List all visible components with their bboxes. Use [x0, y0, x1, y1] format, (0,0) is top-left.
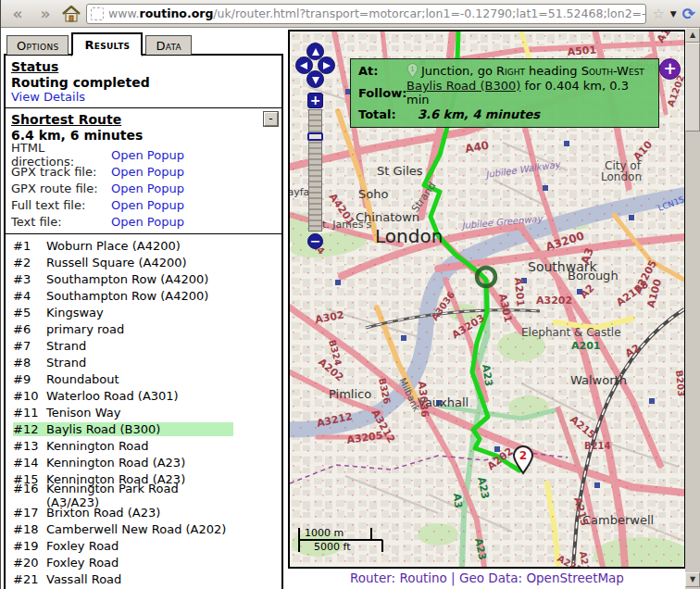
- route-step-row[interactable]: #5 Kingsway: [6, 304, 281, 320]
- follow-road-link[interactable]: Baylis Road (B300): [406, 79, 520, 93]
- step-name: Kingsway: [46, 306, 233, 320]
- route-step-row[interactable]: #2 Russell Square (A4200): [6, 254, 281, 270]
- tab-data[interactable]: Data: [145, 35, 192, 55]
- pan-right-icon: [323, 62, 331, 69]
- open-popup-link[interactable]: Open Popup: [111, 182, 184, 195]
- collapse-button[interactable]: -: [264, 112, 278, 126]
- route-step-row[interactable]: #14 Kennington Road (A23): [6, 454, 281, 470]
- route-step-row[interactable]: #16 Kennington Park Road (A3/A23): [6, 487, 281, 504]
- tab-options[interactable]: Options: [6, 35, 69, 55]
- route-step-row[interactable]: #12 Baylis Road (B300): [6, 420, 281, 437]
- url-text: www.routino.org/uk/router.html?transport…: [108, 6, 646, 20]
- route-step-row[interactable]: #10 Waterloo Road (A301): [6, 387, 281, 404]
- vertical-scrollbar[interactable]: ▲ ▼: [685, 28, 700, 589]
- map-label: London: [375, 225, 443, 247]
- route-step-row[interactable]: #8 Strand: [6, 354, 281, 370]
- step-number: #10: [13, 389, 46, 403]
- route-step-row[interactable]: #4 Southampton Row (A4200): [6, 287, 281, 304]
- step-name: primary road: [46, 322, 233, 336]
- open-popup-link[interactable]: Open Popup: [111, 215, 184, 229]
- route-step-row[interactable]: #20 Foxley Road: [6, 554, 281, 570]
- file-label: Full text file:: [11, 198, 111, 212]
- route-step-row[interactable]: #1 Woburn Place (A4200): [6, 237, 281, 254]
- file-label: GPX track file:: [11, 165, 111, 179]
- tooltip-follow-label: Follow:: [358, 86, 406, 100]
- back-icon[interactable]: «: [6, 5, 29, 23]
- map-label: A3: [451, 493, 464, 508]
- bookmark-star-icon[interactable]: ☆: [652, 6, 664, 22]
- pan-down-button[interactable]: [306, 70, 324, 88]
- scroll-down-button[interactable]: ▼: [685, 572, 700, 587]
- tooltip-total-value: 3.6 km, 4 minutes: [418, 107, 540, 121]
- zoom-slider[interactable]: [308, 109, 322, 232]
- pan-down-icon: [312, 77, 319, 84]
- zoom-in-button[interactable]: +: [307, 93, 323, 108]
- route-step-row[interactable]: #17 Brixton Road (A23): [6, 504, 281, 520]
- step-name: Russell Square (A4200): [46, 256, 233, 269]
- file-row: Text file: Open Popup: [6, 213, 281, 230]
- map-viewport[interactable]: 2 St GilesSohoChinatownLondonSt. James's…: [288, 30, 686, 569]
- route-step-row[interactable]: #3 Southampton Row (A4200): [6, 270, 281, 287]
- map-label: Elephant & Castle: [521, 326, 621, 339]
- shortest-route-heading: Shortest Route: [6, 110, 127, 128]
- browser-window: « » www.routino.org/uk/router.html?trans…: [0, 0, 700, 589]
- results-panel: Status Routing completed View Details Sh…: [4, 54, 283, 589]
- route-step-row[interactable]: #11 Tenison Way: [6, 404, 281, 420]
- waypoint1-pin-icon: 1: [406, 63, 419, 79]
- step-number: #5: [13, 306, 46, 320]
- step-name: Kennington Road: [46, 439, 233, 453]
- route-step-row[interactable]: #9 Roundabout: [6, 370, 281, 387]
- route-step-row[interactable]: #7 Strand: [6, 337, 281, 354]
- open-popup-link[interactable]: Open Popup: [111, 165, 184, 179]
- route-tooltip: At: 1 Junction, go Right heading South-W…: [350, 58, 659, 128]
- route-step-row[interactable]: #21 Vassall Road: [6, 570, 281, 587]
- step-number: #14: [13, 456, 46, 470]
- step-number: #2: [13, 256, 46, 269]
- file-row: HTML directions: Open Popup: [6, 146, 281, 163]
- file-row: GPX track file: Open Popup: [6, 163, 281, 180]
- route-step-row[interactable]: #18 Camberwell New Road (A202): [6, 520, 281, 537]
- tooltip-at-text: Junction, go Right heading South-West: [421, 64, 644, 78]
- step-name: Vassall Road: [46, 572, 233, 586]
- forward-icon[interactable]: »: [34, 5, 56, 23]
- scrollbar-thumb[interactable]: [685, 43, 700, 132]
- routino-link[interactable]: Routino: [399, 570, 446, 585]
- tab-results[interactable]: Results: [71, 32, 143, 56]
- open-popup-link[interactable]: Open Popup: [111, 148, 184, 162]
- step-number: #17: [13, 506, 46, 520]
- browser-toolbar: « » www.routino.org/uk/router.html?trans…: [1, 0, 700, 28]
- status-text: Routing completed: [6, 75, 281, 90]
- route-step-row[interactable]: #6 primary road: [6, 320, 281, 337]
- step-name: Roundabout: [46, 372, 233, 386]
- view-details-link[interactable]: View Details: [6, 90, 281, 104]
- step-number: #11: [13, 406, 46, 420]
- step-name: Kennington Road (A23): [46, 456, 233, 470]
- step-number: #9: [13, 372, 46, 386]
- tooltip-total-label: Total:: [358, 107, 406, 121]
- home-icon[interactable]: [62, 6, 81, 22]
- map-attribution: Router: Routino | Geo Data: OpenStreetMa…: [288, 569, 686, 589]
- tooltip-at-label: At:: [358, 64, 406, 78]
- route-step-row[interactable]: #19 Foxley Road: [6, 537, 281, 554]
- step-number: #20: [13, 556, 46, 570]
- dropdown-caret-icon[interactable]: ▼: [670, 9, 677, 19]
- url-bar[interactable]: www.routino.org/uk/router.html?transport…: [86, 4, 646, 24]
- open-popup-link[interactable]: Open Popup: [111, 198, 184, 212]
- step-number: #13: [13, 439, 46, 453]
- zoom-slider-handle[interactable]: [307, 132, 323, 141]
- route-step-row[interactable]: #13 Kennington Road: [6, 437, 281, 454]
- map-label: Soho: [358, 187, 388, 201]
- file-row: Full text file: Open Popup: [6, 196, 281, 213]
- map-label: A501: [567, 44, 596, 58]
- reload-icon[interactable]: ⟳: [682, 5, 695, 23]
- openstreetmap-link[interactable]: OpenStreetMap: [526, 570, 624, 585]
- step-number: #8: [13, 356, 46, 370]
- favicon-placeholder: [91, 7, 104, 20]
- scroll-up-button[interactable]: ▲: [685, 28, 700, 43]
- maximize-button[interactable]: +: [659, 58, 681, 80]
- map-label: B214: [584, 441, 611, 451]
- shortest-route-section: Shortest Route - 6.4 km, 6 minutes HTML …: [6, 108, 281, 234]
- map-label: A201: [571, 340, 600, 352]
- map-label: A3202: [536, 294, 572, 307]
- zoom-out-button[interactable]: −: [307, 233, 323, 249]
